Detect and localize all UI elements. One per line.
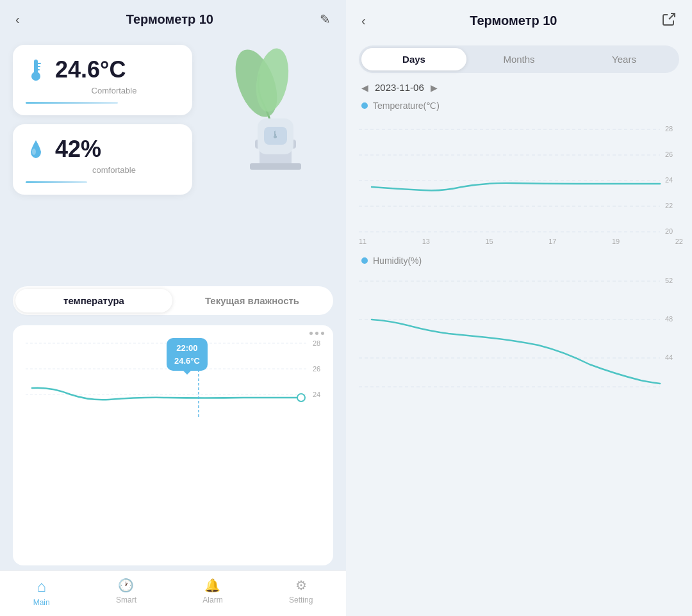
left-content: 🌡 24.6°C Comfortable [0, 38, 346, 281]
dot-3 [321, 332, 324, 335]
temp-legend-dot [361, 102, 368, 109]
bottom-nav: ⌂ Main 🕐 Smart 🔔 Alarm ⚙ Setting [0, 571, 346, 616]
tab-years[interactable]: Years [572, 48, 677, 70]
dot-1 [309, 332, 313, 335]
back-button-right[interactable]: ‹ [361, 13, 366, 28]
temperature-card: 24.6°C Comfortable [13, 45, 192, 115]
svg-rect-10 [37, 63, 41, 64]
current-date: 2023-11-06 [375, 82, 424, 93]
svg-text:52: 52 [665, 277, 673, 284]
svg-text:28: 28 [665, 125, 673, 133]
nav-smart-label: Smart [116, 596, 136, 604]
gear-icon: ⚙ [295, 578, 307, 593]
humidity-card: 42% comfortable [13, 124, 192, 195]
humidity-value: 42% [55, 136, 101, 163]
prev-date-button[interactable]: ◀ [361, 83, 368, 93]
tooltip-time: 22:00 [174, 342, 200, 355]
more-options[interactable] [309, 332, 324, 335]
svg-rect-11 [37, 66, 40, 67]
svg-text:22: 22 [665, 202, 673, 209]
svg-text:20: 20 [665, 227, 673, 235]
data-tooltip: 22:00 24.6°C [167, 338, 208, 371]
svg-point-13 [32, 149, 36, 155]
tab-temperature[interactable]: температура [15, 289, 172, 312]
bell-icon: 🔔 [204, 578, 220, 593]
svg-text:28: 28 [313, 339, 320, 347]
humidity-chart-svg: 52 48 44 [352, 268, 686, 396]
left-title: Термометр 10 [126, 12, 213, 27]
nav-setting[interactable]: ⚙ Setting [289, 578, 313, 607]
humidity-legend-label: Humidity(%) [373, 255, 422, 266]
tab-days[interactable]: Days [361, 48, 466, 70]
humidity-chart-area: 52 48 44 [346, 268, 692, 616]
left-panel: ‹ Термометр 10 ✎ [0, 0, 346, 616]
tooltip-value: 24.6°C [174, 355, 200, 368]
date-navigation: ◀ 2023-11-06 ▶ [346, 77, 692, 98]
edit-button[interactable]: ✎ [320, 12, 331, 27]
tab-humidity[interactable]: Текущая влажность [174, 289, 331, 312]
svg-text:🌡: 🌡 [270, 129, 281, 140]
temperature-chart-area: 28 26 24 22 20 [346, 113, 692, 244]
mini-chart: 22:00 24.6°C 28 26 24 [13, 325, 333, 565]
dot-2 [315, 332, 318, 335]
next-date-button[interactable]: ▶ [431, 83, 438, 93]
humidity-label: comfortable [49, 165, 179, 175]
nav-main-label: Main [33, 598, 50, 607]
humidity-bar [26, 181, 87, 183]
svg-text:24: 24 [665, 176, 673, 184]
nav-alarm[interactable]: 🔔 Alarm [202, 578, 222, 607]
plant-illustration: 🌡 [224, 45, 327, 173]
nav-alarm-label: Alarm [202, 596, 222, 604]
right-panel: ‹ Термометр 10 Days Months Years ◀ 2023-… [346, 0, 692, 616]
left-header: ‹ Термометр 10 ✎ [0, 0, 346, 38]
svg-point-20 [297, 394, 305, 401]
temperature-bar [26, 102, 118, 104]
tab-months[interactable]: Months [466, 48, 572, 70]
temperature-label: Comfortable [49, 86, 179, 95]
temperature-legend: Temperature(℃) [346, 98, 692, 113]
nav-main[interactable]: ⌂ Main [33, 578, 50, 607]
humidity-legend-dot [361, 257, 368, 264]
share-button[interactable] [661, 12, 677, 30]
right-title: Термометр 10 [470, 13, 557, 28]
svg-text:44: 44 [665, 353, 673, 361]
humidity-legend: Humidity(%) [346, 253, 692, 268]
right-header: ‹ Термометр 10 [346, 0, 692, 42]
svg-text:24: 24 [313, 391, 320, 398]
back-button-left[interactable]: ‹ [15, 12, 20, 27]
svg-rect-12 [37, 69, 40, 70]
svg-rect-2 [250, 163, 301, 170]
home-icon: ⌂ [37, 578, 46, 596]
svg-text:48: 48 [665, 315, 673, 323]
svg-point-9 [31, 72, 40, 81]
period-tabs: Days Months Years [359, 45, 679, 73]
temp-chart-svg: 28 26 24 22 20 [352, 113, 686, 241]
temp-legend-label: Temperature(℃) [373, 101, 440, 111]
data-tab-bar: температура Текущая влажность [13, 286, 333, 315]
nav-smart[interactable]: 🕐 Smart [116, 578, 136, 607]
svg-text:26: 26 [665, 150, 673, 158]
thermometer-icon [26, 60, 46, 80]
temperature-value: 24.6°C [55, 56, 126, 83]
nav-setting-label: Setting [289, 596, 313, 604]
svg-text:26: 26 [313, 365, 320, 373]
clock-icon: 🕐 [118, 578, 134, 593]
humidity-icon [26, 139, 46, 159]
